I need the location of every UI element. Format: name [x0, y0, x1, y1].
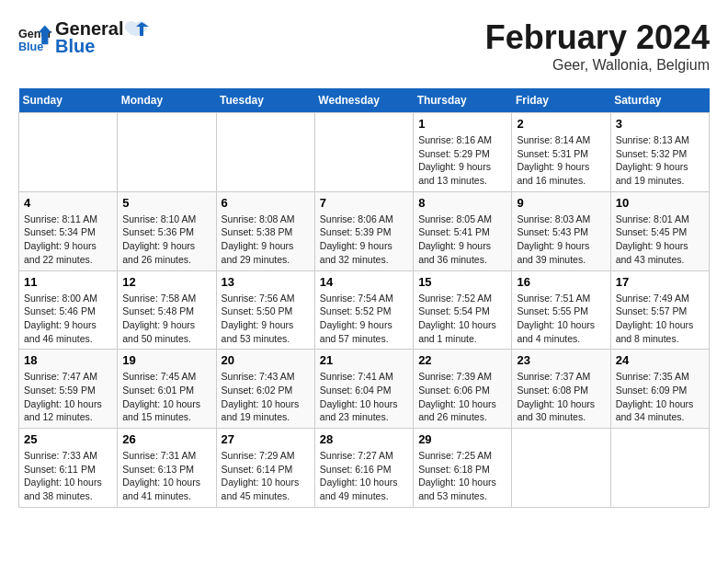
day-info: Sunrise: 7:37 AM Sunset: 6:08 PM Dayligh…	[517, 370, 605, 424]
day-info: Sunrise: 7:41 AM Sunset: 6:04 PM Dayligh…	[320, 370, 408, 424]
day-info: Sunrise: 7:49 AM Sunset: 5:57 PM Dayligh…	[616, 292, 704, 346]
day-info: Sunrise: 8:14 AM Sunset: 5:31 PM Dayligh…	[517, 133, 605, 188]
calendar-cell: 19Sunrise: 7:45 AM Sunset: 6:01 PM Dayli…	[118, 350, 216, 429]
calendar-cell: 22Sunrise: 7:39 AM Sunset: 6:06 PM Dayli…	[414, 350, 512, 429]
day-info: Sunrise: 7:25 AM Sunset: 6:18 PM Dayligh…	[418, 449, 506, 503]
calendar-cell: 29Sunrise: 7:25 AM Sunset: 6:18 PM Dayli…	[414, 429, 512, 508]
calendar-cell: 14Sunrise: 7:54 AM Sunset: 5:52 PM Dayli…	[314, 270, 413, 350]
calendar-cell: 18Sunrise: 7:47 AM Sunset: 5:59 PM Dayli…	[19, 350, 118, 429]
week-row-1: 1Sunrise: 8:16 AM Sunset: 5:29 PM Daylig…	[19, 113, 710, 192]
calendar-cell	[610, 429, 709, 508]
day-info: Sunrise: 7:47 AM Sunset: 5:59 PM Dayligh…	[24, 370, 112, 424]
day-number: 2	[517, 117, 605, 131]
calendar-cell: 12Sunrise: 7:58 AM Sunset: 5:48 PM Dayli…	[118, 270, 216, 350]
calendar-cell	[118, 113, 216, 192]
calendar-cell: 1Sunrise: 8:16 AM Sunset: 5:29 PM Daylig…	[414, 113, 512, 192]
header-cell-wednesday: Wednesday	[314, 88, 413, 113]
day-info: Sunrise: 7:52 AM Sunset: 5:54 PM Dayligh…	[418, 292, 506, 346]
header-cell-saturday: Saturday	[610, 88, 709, 113]
day-number: 18	[24, 353, 112, 367]
calendar-cell: 3Sunrise: 8:13 AM Sunset: 5:32 PM Daylig…	[610, 113, 709, 192]
calendar-cell: 20Sunrise: 7:43 AM Sunset: 6:02 PM Dayli…	[216, 350, 314, 429]
day-number: 28	[320, 432, 408, 446]
calendar-cell: 4Sunrise: 8:11 AM Sunset: 5:34 PM Daylig…	[19, 191, 118, 270]
day-number: 6	[222, 196, 310, 210]
day-number: 29	[418, 432, 506, 446]
page-subtitle: Geer, Wallonia, Belgium	[485, 57, 710, 74]
day-number: 26	[122, 432, 210, 446]
day-number: 20	[222, 353, 310, 367]
calendar-cell: 27Sunrise: 7:29 AM Sunset: 6:14 PM Dayli…	[216, 429, 314, 508]
day-number: 8	[418, 196, 506, 210]
calendar-cell: 28Sunrise: 7:27 AM Sunset: 6:16 PM Dayli…	[314, 429, 413, 508]
day-info: Sunrise: 7:43 AM Sunset: 6:02 PM Dayligh…	[222, 370, 310, 424]
day-number: 4	[24, 196, 112, 210]
day-info: Sunrise: 7:27 AM Sunset: 6:16 PM Dayligh…	[320, 449, 408, 503]
header-row: SundayMondayTuesdayWednesdayThursdayFrid…	[19, 88, 710, 113]
day-number: 23	[517, 353, 605, 367]
day-info: Sunrise: 7:33 AM Sunset: 6:11 PM Dayligh…	[24, 449, 112, 503]
calendar-cell: 10Sunrise: 8:01 AM Sunset: 5:45 PM Dayli…	[610, 191, 709, 270]
week-row-5: 25Sunrise: 7:33 AM Sunset: 6:11 PM Dayli…	[19, 429, 710, 508]
calendar-cell	[314, 113, 413, 192]
day-info: Sunrise: 7:31 AM Sunset: 6:13 PM Dayligh…	[122, 449, 210, 503]
day-number: 1	[418, 117, 506, 131]
calendar-cell: 24Sunrise: 7:35 AM Sunset: 6:09 PM Dayli…	[610, 350, 709, 429]
logo: General Blue General Blue	[18, 18, 149, 57]
day-number: 12	[122, 275, 210, 289]
day-number: 24	[616, 353, 704, 367]
calendar-cell: 5Sunrise: 8:10 AM Sunset: 5:36 PM Daylig…	[118, 191, 216, 270]
week-row-3: 11Sunrise: 8:00 AM Sunset: 5:46 PM Dayli…	[19, 270, 710, 350]
week-row-4: 18Sunrise: 7:47 AM Sunset: 5:59 PM Dayli…	[19, 350, 710, 429]
day-info: Sunrise: 8:01 AM Sunset: 5:45 PM Dayligh…	[616, 213, 704, 267]
day-info: Sunrise: 8:06 AM Sunset: 5:39 PM Dayligh…	[320, 213, 408, 267]
header-cell-tuesday: Tuesday	[216, 88, 314, 113]
day-number: 14	[320, 275, 408, 289]
day-info: Sunrise: 7:51 AM Sunset: 5:55 PM Dayligh…	[517, 292, 605, 346]
header-cell-thursday: Thursday	[414, 88, 512, 113]
calendar-cell: 26Sunrise: 7:31 AM Sunset: 6:13 PM Dayli…	[118, 429, 216, 508]
calendar-cell: 21Sunrise: 7:41 AM Sunset: 6:04 PM Dayli…	[314, 350, 413, 429]
calendar-table: SundayMondayTuesdayWednesdayThursdayFrid…	[18, 88, 710, 508]
calendar-cell: 7Sunrise: 8:06 AM Sunset: 5:39 PM Daylig…	[314, 191, 413, 270]
day-info: Sunrise: 8:03 AM Sunset: 5:43 PM Dayligh…	[517, 213, 605, 267]
calendar-cell: 23Sunrise: 7:37 AM Sunset: 6:08 PM Dayli…	[512, 350, 610, 429]
day-number: 9	[517, 196, 605, 210]
day-info: Sunrise: 8:00 AM Sunset: 5:46 PM Dayligh…	[24, 292, 112, 346]
day-number: 5	[122, 196, 210, 210]
calendar-cell: 8Sunrise: 8:05 AM Sunset: 5:41 PM Daylig…	[414, 191, 512, 270]
calendar-cell: 17Sunrise: 7:49 AM Sunset: 5:57 PM Dayli…	[610, 270, 709, 350]
day-number: 27	[222, 432, 310, 446]
calendar-cell: 9Sunrise: 8:03 AM Sunset: 5:43 PM Daylig…	[512, 191, 610, 270]
day-info: Sunrise: 7:29 AM Sunset: 6:14 PM Dayligh…	[222, 449, 310, 503]
day-number: 22	[418, 353, 506, 367]
calendar-cell: 6Sunrise: 8:08 AM Sunset: 5:38 PM Daylig…	[216, 191, 314, 270]
page-title: February 2024	[485, 18, 710, 57]
day-number: 19	[122, 353, 210, 367]
calendar-header: SundayMondayTuesdayWednesdayThursdayFrid…	[19, 88, 710, 113]
header: General Blue General Blue February 2024 …	[18, 18, 710, 74]
calendar-cell: 2Sunrise: 8:14 AM Sunset: 5:31 PM Daylig…	[512, 113, 610, 192]
header-cell-monday: Monday	[118, 88, 216, 113]
calendar-body: 1Sunrise: 8:16 AM Sunset: 5:29 PM Daylig…	[19, 113, 710, 508]
logo-icon: General Blue	[18, 21, 51, 54]
calendar-cell	[19, 113, 118, 192]
day-info: Sunrise: 8:16 AM Sunset: 5:29 PM Dayligh…	[418, 133, 506, 188]
day-number: 13	[222, 275, 310, 289]
day-info: Sunrise: 8:13 AM Sunset: 5:32 PM Dayligh…	[616, 133, 704, 188]
day-info: Sunrise: 8:10 AM Sunset: 5:36 PM Dayligh…	[122, 213, 210, 267]
day-info: Sunrise: 7:39 AM Sunset: 6:06 PM Dayligh…	[418, 370, 506, 424]
day-number: 11	[24, 275, 112, 289]
day-info: Sunrise: 7:45 AM Sunset: 6:01 PM Dayligh…	[122, 370, 210, 424]
day-info: Sunrise: 7:58 AM Sunset: 5:48 PM Dayligh…	[122, 292, 210, 346]
calendar-cell	[216, 113, 314, 192]
day-number: 15	[418, 275, 506, 289]
day-number: 16	[517, 275, 605, 289]
logo-bird-icon	[123, 19, 149, 40]
day-number: 3	[616, 117, 704, 131]
day-info: Sunrise: 8:05 AM Sunset: 5:41 PM Dayligh…	[418, 213, 506, 267]
calendar-cell: 15Sunrise: 7:52 AM Sunset: 5:54 PM Dayli…	[414, 270, 512, 350]
header-cell-friday: Friday	[512, 88, 610, 113]
svg-text:Blue: Blue	[18, 40, 43, 53]
day-number: 10	[616, 196, 704, 210]
